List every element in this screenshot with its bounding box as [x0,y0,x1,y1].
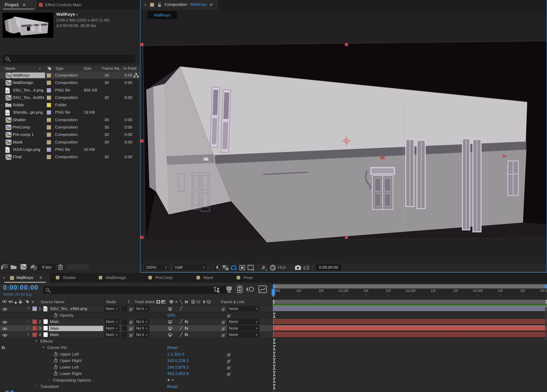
expand-arrow-icon[interactable]: › [35,384,36,388]
timeline-vertical-scrollbar[interactable] [545,307,547,340]
blend-mode-dropdown[interactable]: Norm∨ [104,319,119,324]
viewer-timecode[interactable]: 0:00:00:00 [316,264,341,270]
item-name[interactable]: Sherida...go.png [13,110,43,115]
tab-project[interactable]: Project ≡ [0,0,37,10]
timeline-search-input[interactable] [42,286,229,294]
track-matte-dropdown[interactable]: No M∨ [135,319,149,324]
layer-visibility-eye-icon[interactable] [2,333,7,338]
render-engine-icon[interactable] [30,264,37,271]
transparency-grid-icon[interactable] [223,265,228,271]
label-color-chip[interactable] [47,73,51,78]
layer-duration-bar[interactable] [273,325,547,331]
column-mode[interactable]: Mode [106,300,116,304]
timeline-row-opacity[interactable]: Opacity 50% [0,312,547,319]
column-parent-link[interactable]: Parent & Link [221,300,244,304]
project-item-row[interactable]: WallKeys Composition 30 0:00 [0,72,140,79]
property-value[interactable]: 1.5,202.5 [167,352,184,357]
layer-label-chip[interactable] [32,306,37,311]
property-pickwhip-icon[interactable] [226,352,231,358]
property-group-action[interactable]: + − [167,377,174,383]
track-matte-dropdown[interactable]: No M∨ [135,325,149,331]
label-color-chip[interactable] [47,125,51,130]
keyframe-marker[interactable] [272,339,276,345]
label-color-chip[interactable] [47,132,51,137]
unlock-icon[interactable] [157,2,162,8]
timeline-row-lower-left[interactable]: Lower Left 194.5,879.2 [0,364,547,371]
timeline-row-compositing-options[interactable]: › Compositing Options + − [0,377,547,384]
close-tab-icon[interactable]: × [144,2,146,7]
keyframe-marker[interactable] [272,384,276,390]
item-name[interactable]: IXDA Logo.png [13,147,40,152]
snapshot-camera-icon[interactable] [295,265,301,271]
stopwatch-icon[interactable] [54,358,58,364]
expand-arrow-icon[interactable]: ∨ [27,306,29,310]
parent-dropdown[interactable]: None∨ [227,319,260,324]
quality-toggle-icon[interactable]: ╱ [180,319,183,324]
time-ruler[interactable]: 0:00f 10f 20f 01:00f 10f 20f 02:00f 10f … [272,283,547,298]
property-name[interactable]: Lower Right [60,371,82,376]
playhead-grabber[interactable] [272,289,275,295]
keyframe-marker[interactable] [272,371,276,377]
column-source-name[interactable]: Source Name [41,300,64,304]
keyframe-marker[interactable] [272,313,276,319]
timeline-row-lower-right[interactable]: Lower Right 453.2,802.8 [0,371,547,377]
blend-mode-dropdown[interactable]: Norm∨ [104,332,119,338]
navigator-end-handle[interactable] [545,284,547,289]
keyframe-marker[interactable] [272,378,276,384]
parent-pickwhip-icon[interactable] [221,319,226,325]
mask-visibility-toggle-icon[interactable] [230,264,237,272]
column-track-matte[interactable]: Track Matte [135,300,155,304]
item-name[interactable]: SSU_Tex...4.png [13,88,43,93]
column-preserve-transparency[interactable]: T [128,300,130,304]
stopwatch-icon[interactable] [54,365,58,371]
interpret-footage-icon[interactable] [1,264,7,271]
label-color-chip[interactable] [47,81,51,85]
fast-previews-icon[interactable] [214,264,221,272]
keyframe-marker[interactable] [272,352,276,358]
track-matte-pickwhip-icon[interactable] [129,326,133,332]
parent-pickwhip-icon[interactable] [221,326,226,332]
track-matte-dropdown[interactable]: No M∨ [135,306,149,311]
project-item-row[interactable]: Final Composition 30 0:00 [0,153,140,161]
property-value[interactable]: 50% [167,313,175,318]
timeline-row-effects[interactable]: ∨ Effects [0,338,547,345]
shy-toggle-icon[interactable] [168,320,172,325]
composition-viewport[interactable] [140,19,547,263]
sort-arrow-icon[interactable]: ▼ [38,67,41,70]
project-item-row[interactable]: › Solids Folder [0,101,140,109]
expand-arrow-icon[interactable]: ∨ [35,339,37,343]
layer-visibility-eye-icon[interactable] [2,327,7,331]
time-navigator[interactable] [273,284,547,289]
track-matte-pickwhip-icon[interactable] [129,319,133,325]
property-group-action[interactable]: Reset [167,384,178,389]
close-tab-icon[interactable]: × [3,276,5,281]
fx-toggle-icon[interactable]: fx [185,326,188,331]
parent-pickwhip-icon[interactable] [221,306,226,312]
label-color-chip[interactable] [47,155,51,159]
track-matte-dropdown[interactable]: No M∨ [135,332,149,338]
parent-dropdown[interactable]: None∨ [227,325,260,331]
exposure-value[interactable]: +0.0 [277,265,285,270]
label-color-chip[interactable] [47,95,51,100]
column-frame-rate[interactable]: Frame Ra... [102,66,123,71]
trash-icon[interactable] [58,264,63,271]
color-depth-button[interactable]: 8 bpc [38,264,56,270]
panel-menu-icon[interactable]: ≡ [23,2,26,7]
timeline-row-main[interactable]: ∨ 4 Main Norm∨ No M∨ ╱ fx None∨ [0,331,547,338]
fx-toggle-icon[interactable]: fx [185,319,188,324]
resolution-dropdown[interactable]: Half ∨ [174,264,207,270]
label-color-chip[interactable] [47,147,51,152]
track-matte-pickwhip-icon[interactable] [129,306,133,312]
parent-pickwhip-icon[interactable] [221,332,226,338]
project-horizontal-scrollbar[interactable] [66,264,89,270]
project-item-row[interactable]: PreComp Composition 30 0:00 [0,124,140,131]
timeline-row-corner-pin[interactable]: fx ∨ Corner Pin Reset [0,345,547,351]
property-name[interactable]: Lower Left [60,365,79,370]
label-color-chip[interactable] [47,140,51,145]
footage-name-caret[interactable]: ▾ [76,13,78,16]
parent-dropdown[interactable]: None∨ [227,332,260,338]
label-color-chip[interactable] [47,103,51,108]
property-name[interactable]: Opacity [60,313,74,318]
stopwatch-icon[interactable] [54,352,58,358]
project-item-row[interactable]: Mask Composition 30 0:00 [0,139,140,146]
